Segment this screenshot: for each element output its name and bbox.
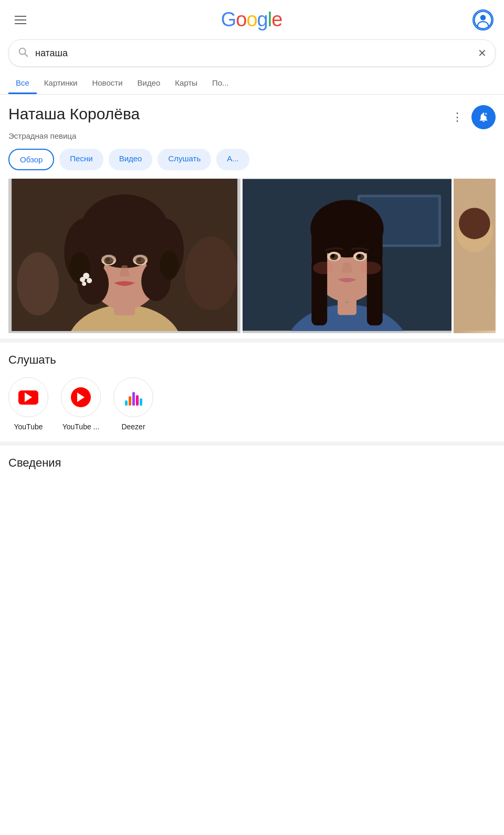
svg-text:+: +: [485, 112, 487, 117]
pill-listen[interactable]: Слушать: [158, 149, 211, 170]
youtube-music-icon: [71, 387, 91, 407]
svedeniya-section: Сведения: [0, 446, 504, 475]
svg-point-1: [480, 15, 486, 20]
svg-rect-50: [454, 179, 496, 331]
divider-1: [0, 338, 504, 343]
svg-point-48: [313, 262, 334, 274]
svg-point-26: [80, 277, 85, 282]
tab-maps[interactable]: Карты: [167, 73, 205, 94]
user-avatar[interactable]: [472, 9, 494, 30]
tabs-container: Все Картинки Новости Видео Карты По...: [0, 73, 504, 95]
svg-point-18: [160, 251, 178, 280]
search-input[interactable]: наташа: [35, 48, 471, 59]
youtube-music-label: YouTube ...: [62, 422, 100, 431]
kp-subtitle: Эстрадная певица: [8, 131, 496, 140]
svedeniya-title: Сведения: [8, 456, 496, 470]
svg-point-49: [360, 262, 381, 274]
google-logo: Google: [221, 8, 282, 31]
pills-container: Обзор Песни Видео Слушать А...: [8, 149, 496, 170]
knowledge-panel: Наташа Королёва ⋮ + Эстрадная певица Обз…: [0, 95, 504, 338]
youtube-music-service[interactable]: YouTube ...: [61, 377, 101, 431]
svg-point-46: [331, 254, 335, 258]
svg-line-3: [25, 54, 27, 56]
svg-point-27: [87, 278, 92, 283]
youtube-music-icon-circle: [61, 377, 101, 417]
youtube-label: YouTube: [14, 422, 43, 431]
header: Google: [0, 0, 504, 39]
svg-point-8: [185, 236, 237, 310]
svg-point-41: [311, 200, 384, 257]
svg-point-29: [101, 254, 116, 263]
youtube-icon-circle: [8, 377, 48, 417]
clear-icon[interactable]: ✕: [478, 47, 487, 59]
pill-songs[interactable]: Песни: [59, 149, 103, 170]
kp-header: Наташа Королёва ⋮ +: [8, 105, 496, 129]
svg-point-52: [459, 208, 490, 239]
deezer-icon: [125, 389, 142, 406]
search-icon: [17, 46, 29, 60]
tab-news[interactable]: Новости: [85, 73, 130, 94]
svg-point-28: [82, 282, 86, 286]
images-row: [8, 179, 496, 333]
celebrity-image-2[interactable]: [243, 179, 452, 333]
kp-title: Наташа Королёва: [8, 105, 140, 123]
listen-section: Слушать YouTube YouTube ...: [0, 343, 504, 441]
search-bar-container: наташа ✕: [0, 39, 504, 73]
celebrity-image-1[interactable]: [8, 179, 240, 333]
listen-section-title: Слушать: [8, 353, 496, 367]
kp-header-right: ⋮ +: [449, 105, 496, 129]
svg-point-47: [358, 254, 361, 258]
celebrity-image-3[interactable]: [454, 179, 496, 333]
tab-more[interactable]: По...: [205, 73, 236, 94]
youtube-icon: [18, 390, 38, 405]
tab-video[interactable]: Видео: [130, 73, 168, 94]
svg-point-7: [17, 252, 59, 315]
pill-about[interactable]: А...: [216, 149, 249, 170]
pill-overview[interactable]: Обзор: [8, 149, 54, 170]
search-bar: наташа ✕: [8, 39, 496, 67]
divider-2: [0, 441, 504, 446]
tab-all[interactable]: Все: [8, 73, 37, 94]
deezer-icon-circle: [113, 377, 153, 417]
deezer-service[interactable]: Deezer: [113, 377, 153, 431]
pill-video[interactable]: Видео: [109, 149, 153, 170]
deezer-label: Deezer: [121, 422, 145, 431]
youtube-service[interactable]: YouTube: [8, 377, 48, 431]
svg-point-30: [133, 254, 148, 263]
hamburger-menu[interactable]: [10, 12, 30, 28]
follow-button[interactable]: +: [471, 105, 496, 129]
kp-more-button[interactable]: ⋮: [449, 108, 465, 126]
tab-images[interactable]: Картинки: [37, 73, 85, 94]
music-services: YouTube YouTube ... Deezer: [8, 377, 496, 431]
